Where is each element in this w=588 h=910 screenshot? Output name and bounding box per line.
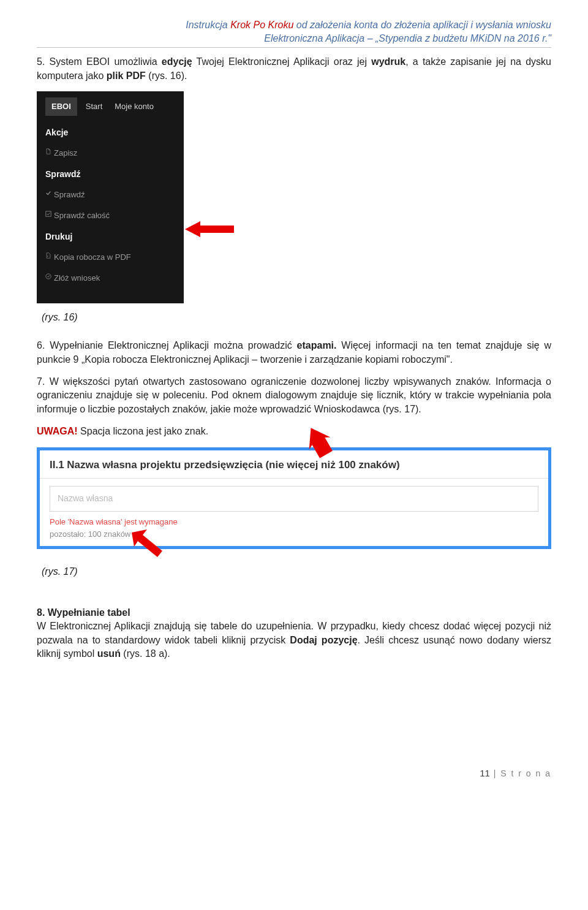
svg-marker-3 <box>185 221 234 237</box>
submit-icon <box>45 273 51 279</box>
item-zapisz[interactable]: Zapisz <box>37 143 184 164</box>
svg-rect-0 <box>46 211 51 216</box>
p5-bold1: edycję <box>162 56 192 67</box>
item-sprawdz[interactable]: Sprawdź <box>37 184 184 205</box>
section-akcje: Akcje <box>37 122 184 143</box>
caption-rys16: (rys. 16) <box>42 311 551 324</box>
eboi-logo: EBOI <box>45 97 77 116</box>
header-line2: Elektroniczna Aplikacja – „Stypendia z b… <box>37 32 551 45</box>
item-zloz-wniosek-label: Złóż wniosek <box>54 273 100 282</box>
p5-text: 5. System EBOI umożliwia <box>37 56 162 67</box>
pdf-icon: P <box>45 252 51 259</box>
p8-title: 8. Wypełnianie tabel <box>37 607 130 618</box>
item-sprawdz-calosc-label: Sprawdź całość <box>54 211 110 220</box>
paragraph-6: 6. Wypełnianie Elektronicznej Aplikacji … <box>37 339 551 366</box>
p6-text: 6. Wypełnianie Elektronicznej Aplikacji … <box>37 340 297 351</box>
paragraph-8: 8. Wypełnianie tabel W Elektronicznej Ap… <box>37 606 551 661</box>
eboi-topbar: EBOI Start Moje konto <box>37 91 184 122</box>
page-footer: 11 | S t r o n a <box>480 767 551 780</box>
paragraph-7: 7. W większości pytań otwartych zastosow… <box>37 375 551 416</box>
item-sprawdz-label: Sprawdź <box>54 190 85 199</box>
form-error-message: Pole 'Nazwa własna' jest wymagane <box>40 515 548 529</box>
item-sprawdz-calosc[interactable]: Sprawdź całość <box>37 205 184 226</box>
nazwa-wlasna-input[interactable]: Nazwa własna <box>50 486 538 512</box>
p5-bold2: wydruk <box>371 56 405 67</box>
form-nazwa-wlasna: II.1 Nazwa własna projektu przedsięwzięc… <box>37 447 551 550</box>
eboi-sidebar: EBOI Start Moje konto Akcje Zapisz Spraw… <box>37 91 184 303</box>
header-suffix: od założenia konta do złożenia aplikacji… <box>293 20 551 30</box>
nav-start[interactable]: Start <box>86 101 102 112</box>
page-label: | S t r o n a <box>490 768 551 778</box>
page-number: 11 <box>480 768 490 778</box>
p8-bold1: Dodaj pozycję <box>290 635 357 645</box>
p5-text4: (rys. 16). <box>146 70 187 81</box>
p8-bold2: usuń <box>97 648 121 659</box>
p8-text3: (rys. 18 a). <box>121 648 170 659</box>
item-zloz-wniosek[interactable]: Złóż wniosek <box>37 268 184 289</box>
file-icon <box>45 148 51 154</box>
section-drukuj: Drukuj <box>37 226 184 247</box>
item-kopia-pdf-label: Kopia robocza w PDF <box>54 252 131 262</box>
svg-marker-4 <box>300 423 337 460</box>
section-sprawdz: Sprawdź <box>37 164 184 184</box>
uwaga-label: UWAGA! <box>37 426 78 436</box>
arrow-icon-counter <box>126 526 168 563</box>
page-header: Instrukcja Krok Po Kroku od założenia ko… <box>37 18 551 48</box>
svg-text:P: P <box>47 255 48 257</box>
svg-marker-5 <box>132 529 162 557</box>
header-red: Krok Po Kroku <box>230 20 293 30</box>
caption-rys17: (rys. 17) <box>42 565 551 578</box>
uwaga-line: UWAGA! Spacja liczona jest jako znak. <box>37 425 551 438</box>
item-zapisz-label: Zapisz <box>54 148 77 157</box>
paragraph-5: 5. System EBOI umożliwia edycję Twojej E… <box>37 55 551 83</box>
arrow-icon-title <box>300 423 343 460</box>
checkbox-icon <box>45 211 51 217</box>
chars-remaining: pozostało: 100 znaków <box>40 529 548 546</box>
arrow-icon-pdf <box>185 220 234 238</box>
uwaga-text: Spacja liczona jest jako znak. <box>78 426 208 436</box>
check-icon <box>45 190 51 196</box>
p6-bold: etapami. <box>297 340 337 351</box>
item-kopia-pdf[interactable]: P Kopia robocza w PDF <box>37 247 184 268</box>
p5-text2: Twojej Elektronicznej Aplikacji oraz jej <box>192 56 372 67</box>
nav-moje-konto[interactable]: Moje konto <box>115 101 154 112</box>
p5-bold3: plik PDF <box>107 70 146 81</box>
form-section-title: II.1 Nazwa własna projektu przedsięwzięc… <box>40 450 548 479</box>
header-prefix: Instrukcja <box>186 20 230 30</box>
